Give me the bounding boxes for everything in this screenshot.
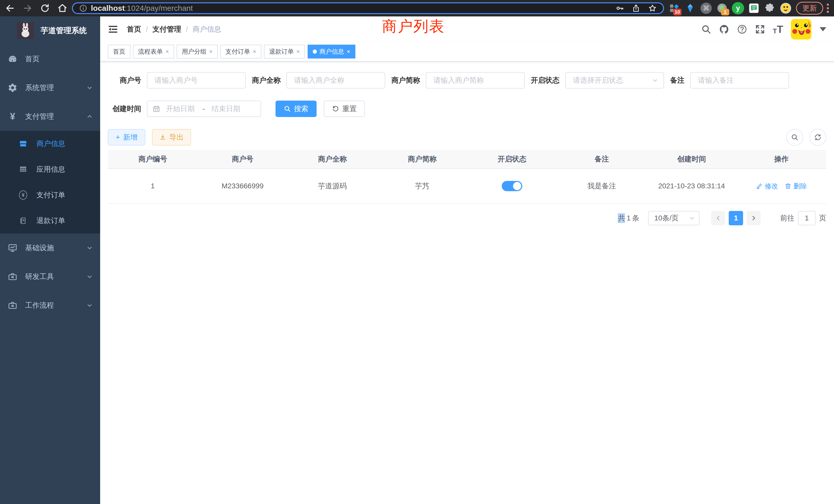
merchant-full-name-input[interactable]: [286, 72, 385, 89]
date-separator: -: [203, 105, 205, 113]
sidebar-menu: 首页 系统管理 ¥ 支付管理 商户信息 应用信息: [0, 45, 100, 320]
close-icon[interactable]: ×: [166, 48, 169, 55]
breadcrumb-pay[interactable]: 支付管理: [153, 24, 181, 34]
sidebar-item-workflow[interactable]: 工作流程: [0, 291, 100, 320]
refresh-table-button[interactable]: [809, 129, 826, 146]
next-page-button[interactable]: [747, 211, 761, 225]
plus-icon: +: [115, 134, 120, 141]
back-icon[interactable]: [5, 3, 15, 13]
close-icon[interactable]: ×: [209, 48, 213, 55]
tab-pay-order[interactable]: 支付订单×: [220, 45, 261, 59]
extension-gem-icon[interactable]: [683, 2, 697, 15]
goto-page-input[interactable]: [798, 211, 815, 225]
cell-merchant-no: M233666999: [198, 169, 288, 203]
reset-button[interactable]: 重置: [324, 100, 365, 117]
prev-page-button[interactable]: [711, 211, 725, 225]
cell-create-time: 2021-10-23 08:31:14: [647, 169, 737, 203]
tab-refund-order[interactable]: 退款订单×: [264, 45, 305, 59]
github-icon[interactable]: [719, 24, 729, 35]
date-start-placeholder: 开始日期: [166, 104, 203, 114]
breadcrumb-home[interactable]: 首页: [127, 24, 141, 34]
export-button[interactable]: 导出: [152, 129, 191, 145]
chevron-down-icon: [86, 85, 93, 91]
pencil-icon: [756, 183, 763, 189]
sidebar-item-devtools[interactable]: 研发工具: [0, 262, 100, 291]
sidebar-item-merchant-info[interactable]: 商户信息: [0, 131, 100, 157]
extension-y-icon[interactable]: y: [731, 2, 745, 15]
sidebar-item-infra[interactable]: 基础设施: [0, 233, 100, 262]
briefcase-icon: [8, 272, 18, 281]
status-select[interactable]: 请选择开启状态: [565, 72, 664, 89]
sidebar-item-home[interactable]: 首页: [0, 45, 100, 73]
search-icon[interactable]: [701, 24, 711, 35]
yen-icon: ¥: [8, 112, 18, 121]
sidebar-item-label: 研发工具: [25, 272, 86, 281]
fullscreen-icon[interactable]: [755, 24, 765, 35]
reload-icon[interactable]: [40, 3, 50, 13]
sidebar-item-pay[interactable]: ¥ 支付管理: [0, 102, 100, 131]
page-number-1[interactable]: 1: [729, 211, 743, 225]
chevron-right-icon: [750, 215, 757, 221]
close-icon[interactable]: ×: [253, 48, 256, 55]
sidebar: 芋道管理系统 首页 系统管理 ¥ 支付管理 商户信息: [0, 17, 100, 504]
tab-home[interactable]: 首页: [108, 45, 130, 59]
add-button[interactable]: + 新增: [108, 129, 145, 145]
field-status: 开启状态 请选择开启状态: [531, 72, 664, 89]
show-search-button[interactable]: [786, 129, 803, 146]
status-toggle[interactable]: [502, 181, 522, 191]
app-logo[interactable]: 芋道管理系统: [0, 17, 100, 45]
tab-merchant-info[interactable]: 商户信息×: [308, 45, 355, 59]
tab-process-form[interactable]: 流程表单×: [133, 45, 174, 59]
breadcrumb-separator: /: [186, 25, 188, 33]
col-status: 开启状态: [467, 150, 557, 168]
chevron-down-icon: [86, 273, 93, 280]
sidebar-item-app-info[interactable]: 应用信息: [0, 157, 100, 182]
extension-emoji-icon[interactable]: [779, 2, 792, 15]
address-bar[interactable]: localhost:1024/pay/merchant: [72, 2, 664, 14]
update-label: 更新: [803, 3, 817, 13]
remark-input[interactable]: [690, 72, 789, 89]
merchant-short-name-input[interactable]: [426, 72, 525, 89]
col-short-name: 商户简称: [377, 150, 467, 168]
password-key-icon[interactable]: [615, 4, 624, 13]
sidebar-item-refund-order[interactable]: 退款订单: [0, 208, 100, 233]
chrome-menu-icon[interactable]: [827, 4, 829, 13]
forward-icon[interactable]: [23, 3, 32, 13]
chrome-update-button[interactable]: 更新: [796, 2, 823, 15]
date-range-picker[interactable]: 开始日期 - 结束日期: [147, 100, 261, 117]
sidebar-item-pay-order[interactable]: ¥ 支付订单: [0, 182, 100, 208]
font-size-icon[interactable]: TT: [773, 24, 783, 35]
help-icon[interactable]: [737, 24, 747, 35]
page-unit-label: 页: [819, 213, 826, 223]
close-icon[interactable]: ×: [296, 48, 300, 55]
search-button[interactable]: 搜索: [276, 100, 316, 117]
close-icon[interactable]: ×: [347, 48, 350, 55]
field-merchant-no: 商户号: [108, 72, 246, 89]
edit-button[interactable]: 修改: [756, 182, 778, 191]
url-text[interactable]: localhost:1024/pay/merchant: [91, 4, 615, 13]
pagination-jumper: 前往 页: [780, 211, 826, 225]
site-info-icon[interactable]: [79, 4, 87, 12]
extension-chat-icon[interactable]: [747, 2, 761, 15]
extension-tampermonkey-icon[interactable]: 10: [667, 2, 681, 15]
avatar[interactable]: [791, 19, 811, 40]
col-remark: 备注: [557, 150, 647, 168]
extension-recorder-icon[interactable]: 1: [716, 2, 729, 15]
chevron-down-icon: [86, 302, 93, 309]
avatar-caret-icon[interactable]: [820, 27, 826, 31]
share-icon[interactable]: [632, 4, 640, 13]
merchant-no-input[interactable]: [147, 72, 246, 89]
search-icon: [284, 105, 291, 112]
bookmark-star-icon[interactable]: [648, 4, 657, 13]
breadcrumb-separator: /: [146, 25, 148, 33]
sidebar-collapse-icon[interactable]: [108, 24, 118, 35]
sidebar-item-system[interactable]: 系统管理: [0, 73, 100, 102]
tab-user-group[interactable]: 用户分组×: [177, 45, 218, 59]
home-icon[interactable]: [58, 3, 67, 13]
y-glyph: y: [736, 4, 740, 12]
page-size-select[interactable]: 10条/页: [648, 211, 699, 225]
extension-puzzle-icon[interactable]: [763, 2, 776, 15]
extension-command-icon[interactable]: ⌘: [699, 2, 713, 15]
delete-button[interactable]: 删除: [785, 182, 807, 191]
refresh-icon: [332, 105, 339, 112]
